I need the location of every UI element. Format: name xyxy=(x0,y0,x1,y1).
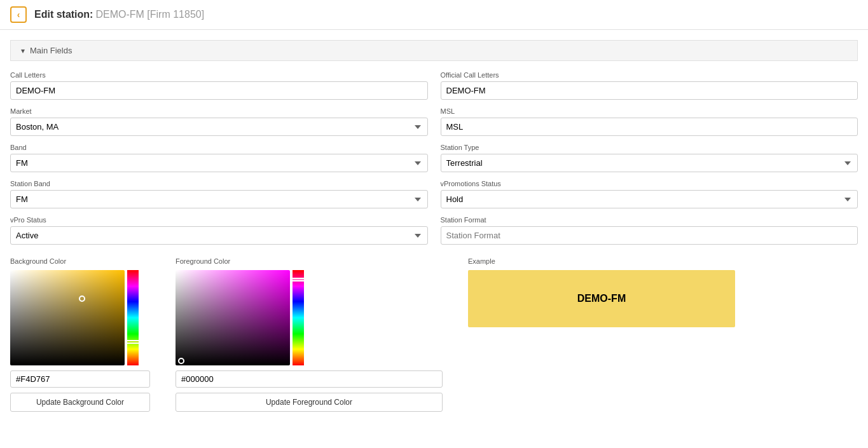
background-color-canvas[interactable] xyxy=(10,270,125,365)
update-background-color-button[interactable]: Update Background Color xyxy=(10,393,150,412)
back-button[interactable]: ‹ xyxy=(10,6,27,23)
foreground-color-canvas[interactable] xyxy=(176,270,290,365)
vpromotions-status-select[interactable]: Hold xyxy=(441,190,858,208)
station-type-group: Station Type Terrestrial xyxy=(441,144,858,172)
market-group: Market Boston, MA xyxy=(10,107,428,136)
official-call-letters-group: Official Call Letters xyxy=(441,71,858,100)
msl-group: MSL xyxy=(441,107,858,136)
example-section: Example DEMO-FM xyxy=(468,257,735,327)
main-content: ▾ Main Fields Call Letters Official Call… xyxy=(0,30,868,422)
msl-label: MSL xyxy=(441,107,858,115)
background-color-picker[interactable] xyxy=(10,270,150,365)
foreground-color-group: Foreground Color Update Foreground Color xyxy=(176,257,443,412)
band-group: Band FM xyxy=(10,144,428,172)
fields-grid: Call Letters Official Call Letters Marke… xyxy=(10,71,858,245)
color-section: Background Color Update Background Color… xyxy=(10,257,858,412)
section-header[interactable]: ▾ Main Fields xyxy=(10,40,858,61)
official-call-letters-label: Official Call Letters xyxy=(441,71,858,79)
vpromotions-status-label: vPromotions Status xyxy=(441,180,858,187)
vpro-status-select[interactable]: Active xyxy=(10,226,428,245)
background-hex-input[interactable] xyxy=(10,370,150,388)
official-call-letters-input[interactable] xyxy=(441,81,858,100)
background-color-label: Background Color xyxy=(10,257,150,265)
example-label: Example xyxy=(468,257,735,265)
call-letters-label: Call Letters xyxy=(10,71,428,79)
vpro-status-label: vPro Status xyxy=(10,216,428,224)
station-type-select[interactable]: Terrestrial xyxy=(441,154,858,172)
page-title-dynamic: DEMO-FM [Firm 11850] xyxy=(95,9,204,20)
page-header: ‹ Edit station: DEMO-FM [Firm 11850] xyxy=(0,0,868,30)
update-foreground-color-button[interactable]: Update Foreground Color xyxy=(176,393,443,412)
chevron-icon: ▾ xyxy=(21,46,25,55)
market-select[interactable]: Boston, MA xyxy=(10,118,428,136)
page-title-static: Edit station: xyxy=(34,9,93,20)
band-select[interactable]: FM xyxy=(10,154,428,172)
call-letters-input[interactable] xyxy=(10,81,428,100)
msl-input[interactable] xyxy=(441,118,858,136)
vpromotions-status-group: vPromotions Status Hold xyxy=(441,180,858,208)
station-format-input[interactable] xyxy=(441,226,858,245)
station-format-group: Station Format xyxy=(441,216,858,245)
station-band-group: Station Band FM xyxy=(10,180,428,208)
foreground-color-picker[interactable] xyxy=(176,270,443,365)
foreground-spectrum-strip[interactable] xyxy=(293,270,304,365)
call-letters-group: Call Letters xyxy=(10,71,428,100)
example-station-name: DEMO-FM xyxy=(577,293,626,304)
background-color-group: Background Color Update Background Color xyxy=(10,257,150,412)
vpro-status-group: vPro Status Active xyxy=(10,216,428,245)
band-label: Band xyxy=(10,144,428,151)
foreground-hex-input[interactable] xyxy=(176,370,443,388)
back-icon: ‹ xyxy=(17,10,20,20)
market-label: Market xyxy=(10,107,428,115)
background-spectrum-strip[interactable] xyxy=(127,270,139,365)
section-title: Main Fields xyxy=(30,46,72,55)
foreground-color-label: Foreground Color xyxy=(176,257,443,265)
station-band-label: Station Band xyxy=(10,180,428,187)
station-band-select[interactable]: FM xyxy=(10,190,428,208)
station-type-label: Station Type xyxy=(441,144,858,151)
example-box: DEMO-FM xyxy=(468,270,735,327)
station-format-label: Station Format xyxy=(441,216,858,224)
